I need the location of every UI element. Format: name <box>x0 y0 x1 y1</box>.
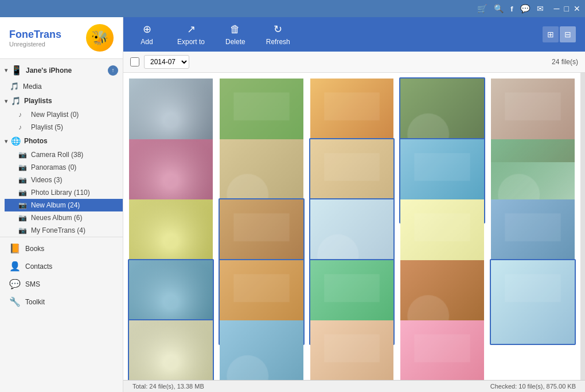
playlists-arrow: ▾ <box>5 98 7 104</box>
photo-grid <box>123 73 580 380</box>
add-label: Add <box>141 38 153 46</box>
playlists-icon: 🎵 <box>11 96 21 105</box>
toolkit-label: Toolkit <box>25 298 45 306</box>
photo-thumb[interactable] <box>399 319 485 380</box>
my-fonetrans-icon: 📷 <box>18 226 28 234</box>
delete-label: Delete <box>225 38 245 46</box>
add-icon: ⊕ <box>143 23 151 36</box>
sidebar-section-photos[interactable]: ▾ 🌐 Photos <box>0 134 123 148</box>
neues-album-label: Neues Album (6) <box>31 214 82 222</box>
new-playlist-label: New Playlist (0) <box>31 111 79 119</box>
scrollbar-track[interactable] <box>580 73 585 380</box>
sidebar-item-new-album[interactable]: 📷 New Album (24) <box>5 199 123 211</box>
refresh-icon: ↻ <box>274 23 282 36</box>
device-sync-button[interactable]: ↑ <box>108 65 118 76</box>
my-fonetrans-label: My FoneTrans (4) <box>31 226 85 234</box>
sidebar-item-camera-roll[interactable]: 📷 Camera Roll (38) <box>5 148 123 161</box>
playlists-label: Playlists <box>24 97 52 105</box>
photo-thumb[interactable] <box>219 319 305 380</box>
left-panel: FoneTrans Unregistered 🐝 ▾ 📱 Jane's iPho… <box>0 17 123 392</box>
view-toggles: ⊞ ⊟ <box>543 26 576 42</box>
restore-button[interactable]: □ <box>564 4 569 13</box>
camera-roll-icon: 📷 <box>18 151 28 159</box>
window-controls: ─ □ ✕ <box>554 4 580 13</box>
search-icon[interactable]: 🔍 <box>494 4 504 13</box>
title-bar-icons: 🛒 🔍 f 💬 ✉ <box>477 4 543 13</box>
cart-icon[interactable]: 🛒 <box>477 4 487 13</box>
photo-thumb[interactable] <box>128 319 214 380</box>
sidebar-item-playlist[interactable]: ♪ Playlist (5) <box>5 121 123 134</box>
sidebar-item-neues-album[interactable]: 📷 Neues Album (6) <box>5 211 123 224</box>
app-logo: FoneTrans Unregistered 🐝 <box>0 17 123 59</box>
right-panel: ⊕ Add ↗ Export to 🗑 Delete ↻ Refresh ⊞ ⊟ <box>123 17 585 392</box>
date-filter-select[interactable]: 2014-07 <box>144 55 189 69</box>
content-area: 2014-07 24 file(s) <box>123 52 585 380</box>
export-label: Export to <box>177 38 205 46</box>
videos-icon: 📷 <box>18 176 28 184</box>
books-label: Books <box>25 245 44 253</box>
photo-thumb[interactable] <box>490 259 576 345</box>
playlist-icon-2: ♪ <box>18 123 28 131</box>
facebook-icon[interactable]: f <box>510 5 513 13</box>
refresh-label: Refresh <box>266 38 290 46</box>
sidebar-item-my-fonetrans[interactable]: 📷 My FoneTrans (4) <box>5 224 123 237</box>
sidebar-item-contacts[interactable]: 👤 Contacts <box>0 257 123 275</box>
photo-library-label: Photo Library (110) <box>31 189 90 197</box>
sidebar-item-media[interactable]: 🎵 Media <box>0 79 123 93</box>
sms-icon: 💬 <box>9 279 21 289</box>
select-all-checkbox[interactable] <box>130 57 139 66</box>
app-logo-bee: 🐝 <box>86 24 114 52</box>
contacts-label: Contacts <box>25 262 52 271</box>
toolbar: ⊕ Add ↗ Export to 🗑 Delete ↻ Refresh ⊞ ⊟ <box>123 17 585 52</box>
sms-label: SMS <box>25 280 40 288</box>
camera-roll-label: Camera Roll (38) <box>31 151 83 159</box>
sidebar-item-books[interactable]: 📙 Books <box>0 240 123 257</box>
photos-children: 📷 Camera Roll (38) 📷 Panoramas (0) 📷 Vid… <box>0 148 123 237</box>
delete-button[interactable]: 🗑 Delete <box>221 21 250 48</box>
sidebar-item-toolkit[interactable]: 🔧 Toolkit <box>0 293 123 311</box>
checked-status: Checked: 10 file(s), 875.00 KB <box>490 383 576 390</box>
media-label: Media <box>23 83 114 91</box>
photos-icon: 🌐 <box>11 136 21 146</box>
grid-view-button[interactable]: ⊞ <box>543 26 559 42</box>
mail-icon[interactable]: ✉ <box>537 4 544 13</box>
photos-arrow: ▾ <box>5 138 7 144</box>
books-icon: 📙 <box>9 243 21 254</box>
export-button[interactable]: ↗ Export to <box>173 21 209 48</box>
toolkit-icon: 🔧 <box>9 296 21 307</box>
add-button[interactable]: ⊕ Add <box>132 21 161 48</box>
minimize-button[interactable]: ─ <box>554 4 560 13</box>
status-bar: Total: 24 file(s), 13.38 MB Checked: 10 … <box>123 380 585 392</box>
sidebar: ▾ 📱 Jane's iPhone ↑ 🎵 Media ▾ 🎵 Playlist… <box>0 59 123 392</box>
device-item[interactable]: ▾ 📱 Jane's iPhone ↑ <box>0 61 123 79</box>
playlist-icon-1: ♪ <box>18 111 28 119</box>
photo-library-icon: 📷 <box>18 189 28 197</box>
chat-icon[interactable]: 💬 <box>520 4 530 13</box>
new-album-label: New Album (24) <box>31 201 80 209</box>
photo-thumb[interactable] <box>309 319 395 380</box>
file-count: 24 file(s) <box>552 58 578 66</box>
close-button[interactable]: ✕ <box>574 4 580 13</box>
new-album-icon: 📷 <box>18 201 28 209</box>
neues-album-icon: 📷 <box>18 214 28 222</box>
app-body: FoneTrans Unregistered 🐝 ▾ 📱 Jane's iPho… <box>0 17 585 392</box>
export-icon: ↗ <box>187 23 196 36</box>
title-bar: 🛒 🔍 f 💬 ✉ ─ □ ✕ <box>0 0 585 17</box>
playlists-children: ♪ New Playlist (0) ♪ Playlist (5) <box>0 108 123 134</box>
photos-label: Photos <box>24 137 48 145</box>
logo-text: FoneTrans Unregistered <box>9 29 61 48</box>
sidebar-section-playlists[interactable]: ▾ 🎵 Playlists <box>0 93 123 108</box>
app-name: FoneTrans <box>9 29 61 41</box>
large-grid-button[interactable]: ⊟ <box>560 26 576 42</box>
sidebar-item-videos[interactable]: 📷 Videos (3) <box>5 174 123 186</box>
sidebar-item-panoramas[interactable]: 📷 Panoramas (0) <box>5 161 123 174</box>
panoramas-label: Panoramas (0) <box>31 163 76 171</box>
refresh-button[interactable]: ↻ Refresh <box>262 21 295 48</box>
sidebar-item-photo-library[interactable]: 📷 Photo Library (110) <box>5 186 123 199</box>
media-icon: 🎵 <box>9 82 20 91</box>
sidebar-item-new-playlist[interactable]: ♪ New Playlist (0) <box>5 108 123 121</box>
videos-label: Videos (3) <box>31 176 62 184</box>
device-name: Jane's iPhone <box>26 66 72 75</box>
filter-bar: 2014-07 24 file(s) <box>123 52 585 73</box>
sidebar-item-sms[interactable]: 💬 SMS <box>0 275 123 293</box>
